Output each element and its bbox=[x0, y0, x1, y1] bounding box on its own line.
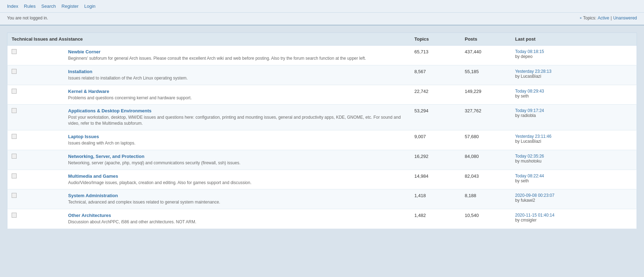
forum-topics-count: 1,482 bbox=[410, 209, 461, 229]
forum-title: Multimedia and Games bbox=[68, 173, 406, 179]
header-lastpost: Last post bbox=[511, 33, 637, 46]
lastpost-by: by depeo bbox=[515, 54, 632, 59]
forum-title-cell: Other Architectures Discussion about Arc… bbox=[64, 209, 410, 229]
header-posts: Posts bbox=[461, 33, 511, 46]
active-link[interactable]: Active bbox=[598, 16, 609, 20]
forum-table: Technical Issues and Assistance Topics P… bbox=[7, 33, 637, 229]
forum-title-link[interactable]: Multimedia and Games bbox=[68, 173, 118, 179]
forum-posts-count: 82,043 bbox=[461, 170, 511, 189]
lastpost-time-link[interactable]: Today 02:35:26 bbox=[515, 154, 544, 159]
lastpost-time-link[interactable]: Today 08:29:43 bbox=[515, 89, 544, 94]
forum-topics-count: 14,984 bbox=[410, 170, 461, 189]
forum-lastpost: 2020-11-15 01:40:14 by cmsigler bbox=[511, 209, 637, 229]
lastpost-by: by seth bbox=[515, 94, 632, 99]
nav-link-index[interactable]: Index bbox=[7, 4, 18, 9]
forum-lastpost: Yesterday 23:28:13 by LucasBiazi bbox=[511, 65, 637, 85]
table-row: Laptop Issues Issues dealing with Arch o… bbox=[7, 130, 637, 150]
nav-link-rules[interactable]: Rules bbox=[24, 4, 36, 9]
topics-label: Topics: bbox=[583, 16, 596, 20]
forum-title: Networking, Server, and Protection bbox=[68, 154, 406, 159]
table-row: Newbie Corner Beginners' subforum for ge… bbox=[7, 46, 637, 65]
table-row: Networking, Server, and Protection Netwo… bbox=[7, 150, 637, 170]
forum-title-link[interactable]: Other Architectures bbox=[68, 213, 111, 218]
forum-lastpost: 2020-09-08 00:23:07 by fukawi2 bbox=[511, 189, 637, 209]
forum-title-link[interactable]: Kernel & Hardware bbox=[68, 89, 109, 94]
lastpost-time-link[interactable]: Yesterday 23:11:46 bbox=[515, 134, 552, 139]
lastpost-by: by LucasBiazi bbox=[515, 74, 632, 79]
lastpost-by: by fukawi2 bbox=[515, 198, 632, 203]
forum-icon bbox=[12, 173, 17, 178]
forum-lastpost: Today 08:22:44 by seth bbox=[511, 170, 637, 189]
forum-icon bbox=[12, 69, 17, 74]
forum-title: Applications & Desktop Environments bbox=[68, 108, 406, 113]
top-bar: IndexRulesSearchRegisterLogin bbox=[0, 0, 644, 13]
forum-posts-count: 437,440 bbox=[461, 46, 511, 65]
section-title: Technical Issues and Assistance bbox=[7, 33, 410, 46]
forum-title-cell: Multimedia and Games Audio/Video/Image i… bbox=[64, 170, 410, 189]
forum-topics-count: 65,713 bbox=[410, 46, 461, 65]
forum-icon-cell bbox=[7, 105, 64, 130]
forum-lastpost: Today 02:35:26 by mushotoku bbox=[511, 150, 637, 170]
forum-posts-count: 84,080 bbox=[461, 150, 511, 170]
forum-title-link[interactable]: Networking, Server, and Protection bbox=[68, 154, 144, 159]
forum-icon bbox=[12, 134, 17, 139]
lastpost-by: by radiobla bbox=[515, 113, 632, 118]
nav-link-search[interactable]: Search bbox=[41, 4, 56, 9]
forum-title-cell: Newbie Corner Beginners' subforum for ge… bbox=[64, 46, 410, 65]
forum-icon-cell bbox=[7, 189, 64, 209]
forum-title-link[interactable]: Laptop Issues bbox=[68, 134, 99, 139]
forum-title-cell: Applications & Desktop Environments Post… bbox=[64, 105, 410, 130]
forum-topics-count: 53,294 bbox=[410, 105, 461, 130]
lastpost-time-link[interactable]: Today 08:18:15 bbox=[515, 49, 544, 54]
forum-topics-count: 8,567 bbox=[410, 65, 461, 85]
forum-desc: Networking, server (apache, php, mysql) … bbox=[68, 160, 406, 166]
forum-title: Laptop Issues bbox=[68, 134, 406, 139]
forum-title-cell: Networking, Server, and Protection Netwo… bbox=[64, 150, 410, 170]
forum-title: Installation bbox=[68, 69, 406, 74]
forum-desc: Issues dealing with Arch on laptops. bbox=[68, 140, 406, 146]
lastpost-time-link[interactable]: 2020-11-15 01:40:14 bbox=[515, 213, 554, 218]
forum-lastpost: Today 09:17:24 by radiobla bbox=[511, 105, 637, 130]
lastpost-by: by mushotoku bbox=[515, 159, 632, 164]
forum-title-link[interactable]: System Administration bbox=[68, 193, 118, 198]
forum-title-cell: Laptop Issues Issues dealing with Arch o… bbox=[64, 130, 410, 150]
forum-icon-cell bbox=[7, 150, 64, 170]
forum-posts-count: 8,188 bbox=[461, 189, 511, 209]
forum-posts-count: 149,229 bbox=[461, 85, 511, 105]
lastpost-time-link[interactable]: 2020-09-08 00:23:07 bbox=[515, 193, 554, 198]
bullet-icon: ▪ bbox=[580, 15, 582, 21]
table-row: Kernel & Hardware Problems and questions… bbox=[7, 85, 637, 105]
main-content: Technical Issues and Assistance Topics P… bbox=[0, 25, 644, 236]
forum-icon-cell bbox=[7, 130, 64, 150]
forum-title-link[interactable]: Installation bbox=[68, 69, 92, 74]
forum-title: Other Architectures bbox=[68, 213, 406, 218]
forum-topics-count: 9,007 bbox=[410, 130, 461, 150]
forum-icon-cell bbox=[7, 170, 64, 189]
forum-topics-count: 16,292 bbox=[410, 150, 461, 170]
lastpost-time-link[interactable]: Today 09:17:24 bbox=[515, 108, 544, 113]
lastpost-time-link[interactable]: Today 08:22:44 bbox=[515, 173, 544, 178]
forum-icon bbox=[12, 193, 17, 198]
lastpost-time-link[interactable]: Yesterday 23:28:13 bbox=[515, 69, 552, 74]
nav-link-register[interactable]: Register bbox=[61, 4, 78, 9]
lastpost-by: by LucasBiazi bbox=[515, 139, 632, 144]
lastpost-by: by cmsigler bbox=[515, 218, 632, 223]
table-row: System Administration Technical, advance… bbox=[7, 189, 637, 209]
forum-title-cell: Installation Issues related to installat… bbox=[64, 65, 410, 85]
forum-icon bbox=[12, 108, 17, 113]
forum-title-link[interactable]: Applications & Desktop Environments bbox=[68, 108, 151, 113]
forum-title: Kernel & Hardware bbox=[68, 89, 406, 94]
forum-icon-cell bbox=[7, 209, 64, 229]
forum-icon bbox=[12, 49, 17, 54]
table-row: Installation Issues related to installat… bbox=[7, 65, 637, 85]
forum-title: System Administration bbox=[68, 193, 406, 198]
unanswered-link[interactable]: Unanswered bbox=[613, 16, 637, 20]
forum-title: Newbie Corner bbox=[68, 49, 406, 54]
forum-posts-count: 55,185 bbox=[461, 65, 511, 85]
nav-link-login[interactable]: Login bbox=[84, 4, 96, 9]
forum-topics-count: 1,418 bbox=[410, 189, 461, 209]
forum-posts-count: 327,762 bbox=[461, 105, 511, 130]
topics-links: ▪ Topics: Active | Unanswered bbox=[580, 15, 637, 21]
forum-title-link[interactable]: Newbie Corner bbox=[68, 49, 101, 54]
forum-desc: Beginners' subforum for general Arch iss… bbox=[68, 55, 406, 61]
